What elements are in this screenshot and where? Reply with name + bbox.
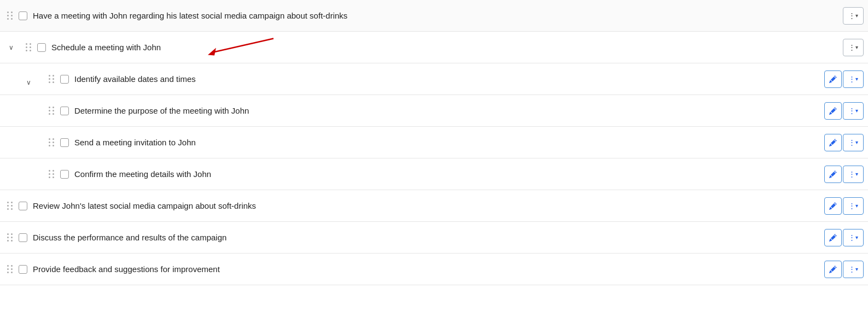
task-actions: ⋮ ▾ bbox=[824, 70, 864, 88]
drag-handle[interactable] bbox=[4, 232, 15, 243]
more-icon: ⋮ bbox=[848, 170, 855, 178]
task-checkbox[interactable] bbox=[19, 11, 27, 20]
more-icon: ⋮ bbox=[848, 43, 855, 51]
task-actions: ⋮ ▾ bbox=[824, 102, 864, 120]
edit-button[interactable] bbox=[824, 166, 842, 183]
task-label: Provide feedback and suggestions for imp… bbox=[33, 263, 824, 275]
task-row: Review John's latest social media campai… bbox=[0, 190, 868, 222]
edit-button[interactable] bbox=[824, 70, 842, 88]
pencil-icon bbox=[829, 107, 837, 115]
drag-handle[interactable] bbox=[23, 42, 34, 53]
chevron-down-icon: ▾ bbox=[855, 13, 858, 19]
task-row: ∨ Schedule a meeting with John ⋮ ▾ bbox=[0, 32, 868, 63]
task-label: Discuss the performance and results of t… bbox=[33, 232, 824, 243]
task-label: Send a meeting invitation to John bbox=[74, 137, 824, 148]
task-checkbox[interactable] bbox=[19, 265, 27, 274]
edit-button[interactable] bbox=[824, 102, 842, 120]
pencil-icon bbox=[829, 170, 837, 178]
task-label: Confirm the meeting details with John bbox=[74, 168, 824, 180]
more-options-button[interactable]: ⋮ ▾ bbox=[843, 39, 864, 56]
task-actions: ⋮ ▾ bbox=[824, 166, 864, 183]
task-checkbox[interactable] bbox=[60, 75, 69, 84]
task-row: Provide feedback and suggestions for imp… bbox=[0, 254, 868, 285]
task-actions: ⋮ ▾ bbox=[824, 134, 864, 151]
pencil-icon bbox=[829, 75, 837, 83]
more-icon: ⋮ bbox=[848, 107, 855, 115]
task-checkbox[interactable] bbox=[60, 170, 69, 179]
collapse-toggle[interactable]: ∨ bbox=[5, 42, 16, 53]
chevron-down-icon: ▾ bbox=[855, 203, 858, 209]
drag-handle[interactable] bbox=[46, 169, 57, 180]
task-actions: ⋮ ▾ bbox=[824, 261, 864, 278]
drag-handle[interactable] bbox=[4, 10, 15, 21]
more-icon: ⋮ bbox=[848, 265, 855, 273]
task-checkbox[interactable] bbox=[37, 43, 46, 52]
task-row: Discuss the performance and results of t… bbox=[0, 222, 868, 254]
chevron-down-icon: ▾ bbox=[855, 171, 858, 177]
task-row: Determine the purpose of the meeting wit… bbox=[0, 95, 868, 127]
more-options-button[interactable]: ⋮ ▾ bbox=[843, 261, 864, 278]
more-options-button[interactable]: ⋮ ▾ bbox=[843, 134, 864, 151]
task-label: Review John's latest social media campai… bbox=[33, 200, 824, 211]
task-label: Have a meeting with John regarding his l… bbox=[33, 10, 843, 21]
drag-handle[interactable] bbox=[46, 74, 57, 85]
task-row: Identify available dates and times ⋮ ▾ bbox=[0, 63, 868, 95]
chevron-down-icon: ▾ bbox=[855, 108, 858, 114]
pencil-icon bbox=[829, 139, 837, 146]
chevron-down-icon: ▾ bbox=[855, 139, 858, 145]
task-label: Determine the purpose of the meeting wit… bbox=[74, 105, 824, 116]
more-options-button[interactable]: ⋮ ▾ bbox=[843, 197, 864, 215]
chevron-down-icon: ▾ bbox=[855, 44, 858, 50]
edit-button[interactable] bbox=[824, 229, 842, 246]
task-checkbox[interactable] bbox=[60, 138, 69, 147]
task-label: Schedule a meeting with John bbox=[51, 42, 843, 53]
chevron-down-icon: ▾ bbox=[855, 266, 858, 272]
edit-button[interactable] bbox=[824, 197, 842, 215]
chevron-down-icon: ▾ bbox=[855, 76, 858, 82]
task-checkbox[interactable] bbox=[19, 233, 27, 242]
drag-handle[interactable] bbox=[46, 137, 57, 148]
pencil-icon bbox=[829, 234, 837, 242]
task-checkbox[interactable] bbox=[19, 202, 27, 210]
more-options-button[interactable]: ⋮ ▾ bbox=[843, 70, 864, 88]
more-icon: ⋮ bbox=[848, 75, 855, 83]
task-actions: ⋮ ▾ bbox=[824, 229, 864, 246]
task-actions: ⋮ ▾ bbox=[824, 197, 864, 215]
more-options-button[interactable]: ⋮ ▾ bbox=[843, 102, 864, 120]
drag-handle[interactable] bbox=[46, 105, 57, 116]
drag-handle[interactable] bbox=[4, 264, 15, 275]
more-options-button[interactable]: ⋮ ▾ bbox=[843, 166, 864, 183]
task-row: Confirm the meeting details with John ⋮ … bbox=[0, 158, 868, 190]
pencil-icon bbox=[829, 266, 837, 273]
chevron-down-icon: ▾ bbox=[855, 234, 858, 240]
task-actions: ⋮ ▾ bbox=[843, 7, 864, 25]
task-actions: ⋮ ▾ bbox=[843, 39, 864, 56]
edit-button[interactable] bbox=[824, 134, 842, 151]
edit-button[interactable] bbox=[824, 261, 842, 278]
more-icon: ⋮ bbox=[848, 202, 855, 210]
drag-handle[interactable] bbox=[4, 201, 15, 211]
more-icon: ⋮ bbox=[848, 233, 855, 242]
more-icon: ⋮ bbox=[848, 11, 855, 20]
more-options-button[interactable]: ⋮ ▾ bbox=[843, 7, 864, 25]
more-options-button[interactable]: ⋮ ▾ bbox=[843, 229, 864, 246]
pencil-icon bbox=[829, 202, 837, 210]
level2-collapse-toggle[interactable]: ∨ bbox=[26, 79, 31, 86]
task-label: Identify available dates and times bbox=[74, 73, 824, 85]
task-row: Send a meeting invitation to John ⋮ ▾ bbox=[0, 127, 868, 158]
task-row: Have a meeting with John regarding his l… bbox=[0, 0, 868, 32]
more-icon: ⋮ bbox=[848, 138, 855, 146]
task-list: Have a meeting with John regarding his l… bbox=[0, 0, 868, 285]
task-checkbox[interactable] bbox=[60, 107, 69, 115]
